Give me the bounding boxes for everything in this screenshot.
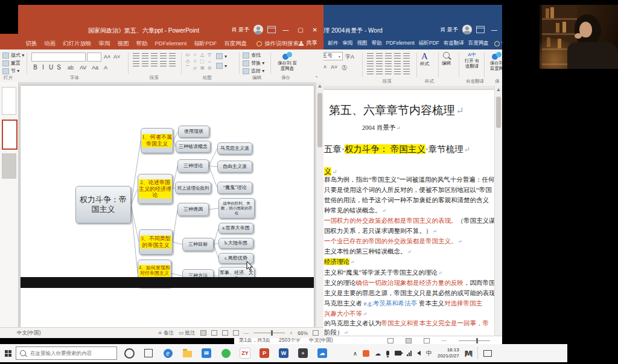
mindmap-node-c22[interactable]: 对上述理论批判	[175, 182, 211, 194]
ppt-slideshow-icon[interactable]	[233, 330, 239, 336]
tell-me-search[interactable]: 操作说明搜索	[256, 40, 299, 48]
ppt-save-to-baidu-button[interactable]: 保存到 百度网盘	[276, 52, 298, 71]
word-minimize-button[interactable]: —	[489, 27, 500, 33]
ppt-tab-幻灯片放映[interactable]: 幻灯片放映	[63, 40, 92, 48]
ppt-slide-sorter-icon[interactable]	[211, 330, 217, 336]
word-tab-视图[interactable]: 视图	[357, 40, 368, 47]
scrollbar-thumb[interactable]	[496, 97, 501, 128]
start-button[interactable]	[0, 344, 16, 362]
mindmap-node-root[interactable]: 权力斗争：帝国主义	[75, 186, 131, 223]
editing-button[interactable]: 编辑	[442, 52, 451, 66]
slides-group-item[interactable]: 版式 ▾	[2, 52, 24, 59]
zy-app[interactable]: ZY	[238, 346, 252, 360]
styles-button[interactable]: A 样式	[420, 52, 429, 67]
word-scrollbar[interactable]	[494, 86, 502, 336]
ppt-tab-视图[interactable]: 视图	[118, 40, 129, 48]
green-app[interactable]	[218, 346, 233, 360]
taskbar-clock[interactable]: 16:13 2021/2/27	[438, 347, 459, 359]
slide-canvas[interactable]: 权力斗争：帝国主义1、何者不属帝国主义2、论述帝国主义的经济理论3、不同类型的帝…	[21, 86, 314, 327]
ppt-minimize-button[interactable]: —	[280, 27, 291, 33]
edge-browser[interactable]: e	[161, 346, 175, 360]
mindmap-node-e2[interactable]: b.大陆帝国	[218, 238, 253, 249]
mail-app[interactable]: ✉	[199, 346, 214, 360]
format-I-button[interactable]: I	[39, 64, 47, 71]
task-view[interactable]	[141, 346, 156, 360]
mindmap-node-c21[interactable]: 三种理论	[177, 159, 209, 173]
editing-item[interactable]: 替换 ▾	[243, 60, 264, 66]
mindmap-node-b3[interactable]: 3、不同类型的帝国主义	[139, 229, 173, 255]
mindmap-node-e1[interactable]: a.世界大帝国	[218, 223, 253, 234]
cloud-sync-icon[interactable]: ☁	[375, 350, 381, 357]
cortana[interactable]	[122, 346, 136, 360]
mindmap-node-b2[interactable]: 2、论述帝国主义的经济理论	[138, 174, 173, 204]
ribbon-display-options-icon[interactable]	[267, 26, 276, 33]
collapse-ribbon-icon[interactable]: ⌃	[314, 75, 319, 81]
ime-indicator[interactable]: 中	[426, 349, 432, 357]
ppt-zoom-level[interactable]: 66%	[298, 330, 308, 336]
word-read-mode-icon[interactable]	[387, 338, 393, 343]
ppt-language[interactable]: 中文(中国)	[17, 330, 41, 337]
word-tab-福昕PDF[interactable]: 福昕PDF	[419, 40, 439, 47]
ppt-close-button[interactable]: ✕	[310, 27, 320, 33]
word-print-layout-icon[interactable]	[406, 338, 412, 343]
font-size-dropdown[interactable]	[87, 53, 101, 62]
mindmap-node-b1[interactable]: 1、何者不属帝国主义	[141, 128, 173, 153]
quick-styles-button[interactable]: ▾	[216, 63, 227, 69]
shapes-gallery[interactable]: ▭○△▽ ◇☆⬚↔ ⌒▱⊞⊙	[185, 52, 214, 72]
word-tab-帮助[interactable]: 帮助	[372, 40, 382, 47]
tray-app-icon[interactable]	[363, 350, 369, 357]
mindmap-node-d4[interactable]: 战争的胜利、失败，弱小国家的存在	[218, 198, 255, 219]
word-zoom-slider[interactable]	[459, 340, 490, 341]
ppt-tab-审阅[interactable]: 审阅	[99, 40, 110, 48]
hidden-icons-expander[interactable]: ∧	[353, 350, 357, 357]
mindmap-node-c31[interactable]: 三种目标	[182, 238, 214, 251]
slide-thumbnail[interactable]	[2, 87, 16, 115]
volume-icon[interactable]	[417, 351, 421, 356]
word-tab-邮件[interactable]: 邮件	[328, 40, 339, 47]
ppt-zoom-slider[interactable]	[253, 333, 285, 333]
youdao-translate-button[interactable]: A中 打开 有道翻译	[462, 52, 482, 69]
word-web-layout-icon[interactable]	[424, 338, 430, 343]
ppt-tab-动画[interactable]: 动画	[44, 40, 56, 48]
slide-thumbnail[interactable]	[2, 153, 16, 179]
ppt-tab-百度网盘[interactable]: 百度网盘	[224, 40, 247, 48]
ppt-user-avatar[interactable]	[253, 25, 263, 34]
ppt-tab-福昕PDF[interactable]: 福昕PDF	[194, 40, 217, 48]
format-B-button[interactable]: B	[31, 64, 39, 71]
slide-thumbnail-panel[interactable]	[0, 82, 19, 327]
powerpoint[interactable]: P	[257, 346, 272, 360]
shrink-font-icon[interactable]: A˅	[331, 64, 337, 70]
notes-button[interactable]: ≐ 备注	[158, 330, 174, 337]
camera-icon[interactable]	[395, 351, 401, 356]
word-tab-百度网盘[interactable]: 百度网盘	[468, 40, 489, 47]
format-U-button[interactable]: U	[47, 64, 55, 71]
shrink-font-icon[interactable]: A˅	[113, 54, 120, 60]
fit-slide-icon[interactable]	[313, 330, 319, 336]
tellme-control[interactable]: 告诉我	[494, 40, 502, 47]
word[interactable]: W	[276, 346, 291, 360]
share-button[interactable]: 共享	[299, 39, 317, 47]
ppt-reading-view-icon[interactable]	[222, 330, 228, 336]
ribbon-display-options-icon[interactable]	[476, 26, 485, 33]
search-input[interactable]	[29, 350, 110, 357]
mindmap-node-d1[interactable]: 马克思主义派	[217, 142, 252, 155]
ppt-tab-PDFelement[interactable]: PDFelement	[155, 40, 187, 48]
mindmap-node-d2[interactable]: 自由主义派	[217, 161, 252, 173]
phonetic-guide-icon[interactable]: 字A	[345, 53, 354, 61]
word-paragraph-icons[interactable]	[366, 52, 411, 75]
scroll-up-icon[interactable]	[318, 85, 322, 88]
grow-font-icon[interactable]: A˄	[104, 54, 110, 60]
word-user-avatar[interactable]	[462, 25, 472, 34]
ppt-scrollbar[interactable]	[316, 82, 323, 327]
arrange-button[interactable]: ▾	[216, 53, 227, 59]
mindmap-node-c23[interactable]: 三种诱因	[177, 203, 209, 216]
char-spacing-icon[interactable]: AV	[80, 65, 86, 71]
editing-item[interactable]: 查找	[243, 52, 264, 59]
microphone-icon[interactable]	[386, 351, 389, 356]
scrollbar-thumb[interactable]	[317, 93, 322, 147]
im-app-icon[interactable]: |M|	[465, 350, 472, 357]
slides-group-item[interactable]: 节 ▾	[2, 68, 24, 74]
mindmap-node-c11[interactable]: 使用现状	[178, 126, 209, 138]
editing-item[interactable]: 选择 ▾	[243, 68, 264, 74]
ppt-tab-切换[interactable]: 切换	[25, 40, 37, 48]
